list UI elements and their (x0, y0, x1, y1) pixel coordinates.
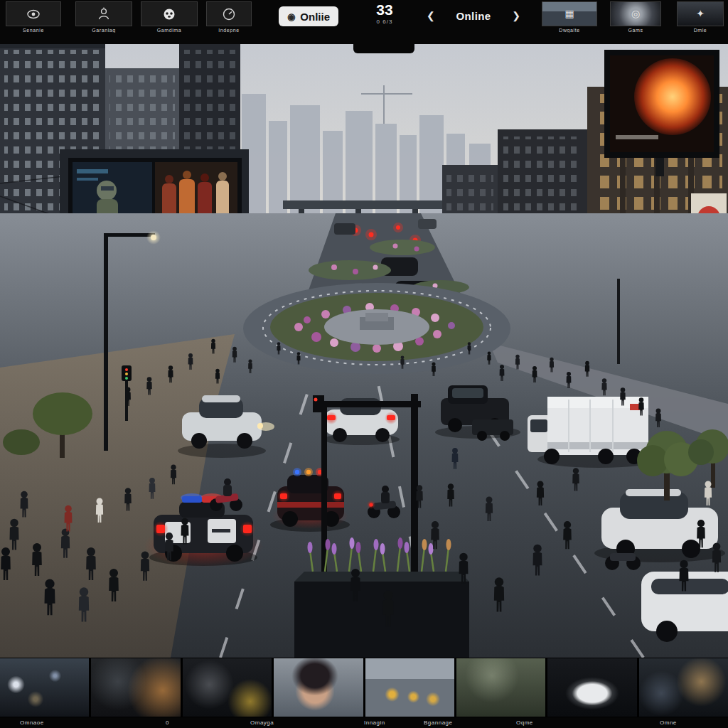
tab-label: Gams (610, 28, 661, 33)
gauge-icon (206, 1, 252, 26)
bottom-label: Omne (660, 719, 677, 726)
filmstrip-thumb-1[interactable] (0, 658, 89, 717)
chevron-right-icon[interactable]: ❯ (512, 7, 520, 24)
bottom-label: Omayga (250, 719, 274, 726)
filmstrip-thumb-8[interactable] (639, 658, 728, 717)
tab-gamdima[interactable]: Gamdima (141, 1, 198, 33)
character-icon (75, 1, 132, 26)
bottom-label: Oqme (516, 719, 533, 726)
top-bar: Senanie Garanlag Gamdima Indepne ◉ Onlii… (0, 0, 728, 44)
tab-dwgalte[interactable]: ▦ Dwgalte (542, 1, 597, 33)
filmstrip-thumb-2[interactable] (91, 658, 180, 717)
tile-thumbnail: ▦ (542, 1, 597, 26)
counter-value: 33 (367, 1, 402, 18)
tile-emblem-icon: ✦ (678, 2, 723, 26)
filmstrip-thumb-4[interactable] (274, 658, 363, 717)
badge-icon (6, 1, 61, 26)
tile-emblem-icon: ▦ (542, 2, 596, 26)
tile-thumbnail: ✦ (677, 1, 724, 26)
tab-indepne[interactable]: Indepne (206, 1, 252, 33)
billboard-right (604, 50, 719, 176)
bottom-label: Bgannage (424, 719, 452, 726)
mode-selector: ❮ Online ❯ (427, 7, 520, 24)
filmstrip-thumb-6[interactable] (456, 658, 545, 717)
tab-label: Dwgalte (542, 28, 597, 33)
tab-gams[interactable]: ◎ Gams (610, 1, 661, 33)
tile-thumbnail: ◎ (610, 1, 661, 26)
filmstrip-thumb-3[interactable] (183, 658, 272, 717)
roundabout (243, 283, 510, 374)
player-counter: 33 0 6/3 (367, 1, 402, 25)
tab-label: Dmle (677, 28, 724, 33)
tab-label: Gamdima (141, 28, 198, 33)
tab-label: Garanlag (75, 28, 132, 33)
bottom-label: Innagin (364, 719, 385, 726)
mode-pill-label: Onliie (300, 11, 330, 23)
top-bar-notch (353, 44, 414, 53)
tab-dmle[interactable]: ✦ Dmle (677, 1, 724, 33)
mask-icon (141, 1, 198, 26)
filmstrip-thumb-7[interactable] (547, 658, 636, 717)
filmstrip (0, 658, 728, 717)
tab-label: Senanie (6, 28, 61, 33)
counter-sub: 0 6/3 (367, 18, 402, 25)
tile-emblem-icon: ◎ (611, 2, 660, 26)
game-screen: Senanie Garanlag Gamdima Indepne ◉ Onlii… (0, 0, 728, 728)
mode-pill-icon: ◉ (287, 11, 295, 22)
mode-pill[interactable]: ◉ Onliie (279, 6, 338, 26)
filmstrip-thumb-5[interactable] (365, 658, 454, 717)
bottom-bar: Omnaoe 0 Omayga Innagin Bgannage Oqme Om… (0, 717, 728, 728)
chevron-left-icon[interactable]: ❮ (427, 7, 435, 24)
tab-senanie[interactable]: Senanie (6, 1, 61, 33)
bottom-label: Omnaoe (20, 719, 44, 726)
tab-label: Indepne (206, 28, 252, 33)
city-scene (0, 44, 728, 658)
bottom-label: 0 (166, 719, 169, 726)
tab-garanlag[interactable]: Garanlag (75, 1, 132, 33)
mode-selector-label: Online (456, 10, 491, 22)
